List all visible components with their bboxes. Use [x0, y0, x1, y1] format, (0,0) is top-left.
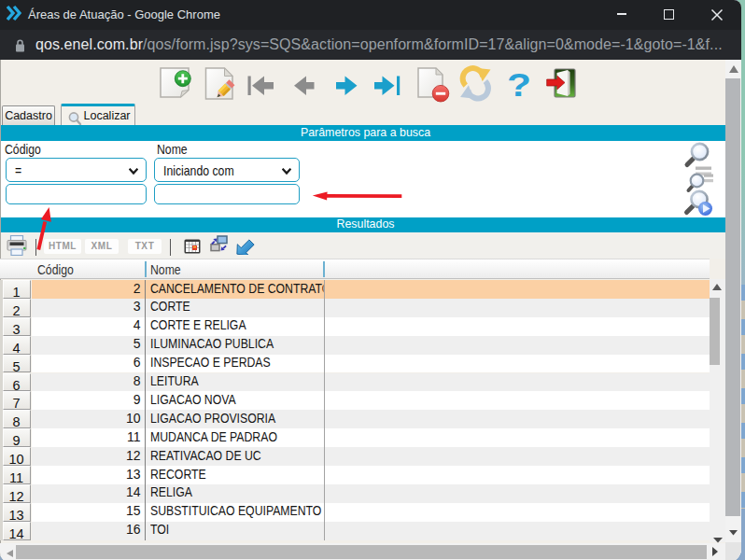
svg-text:?: ?: [507, 66, 531, 104]
